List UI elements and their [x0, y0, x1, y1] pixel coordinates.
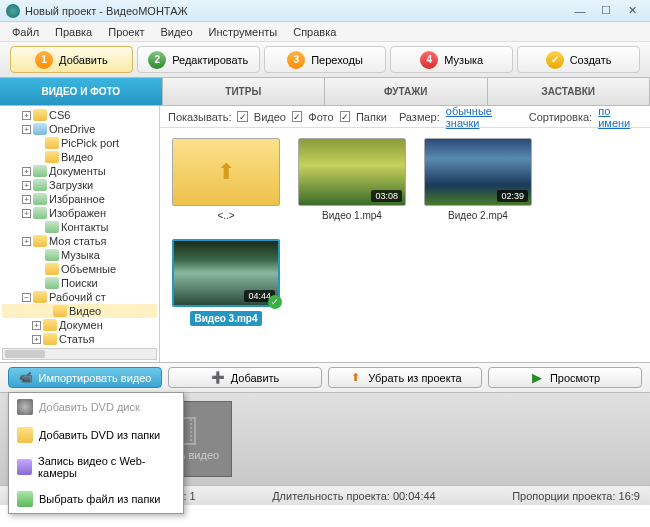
expand-icon[interactable]: + [32, 335, 41, 344]
expand-icon[interactable]: + [22, 237, 31, 246]
expand-icon[interactable]: + [22, 125, 31, 134]
menu-edit[interactable]: Правка [47, 24, 100, 40]
content-area: +CS6+OneDrivePicPick portВидео+Документы… [0, 106, 650, 363]
step-edit[interactable]: 2Редактировать [137, 46, 260, 73]
menu-item-icon [17, 491, 33, 507]
step-create[interactable]: Создать [517, 46, 640, 73]
size-link[interactable]: обычные значки [446, 105, 523, 129]
tree-item[interactable]: +Статья [2, 332, 157, 346]
checkbox-folders[interactable]: ✓ [340, 111, 350, 122]
step-bar: 1Добавить 2Редактировать 3Переходы 4Музы… [0, 42, 650, 78]
filter-photo-label: Фото [308, 111, 333, 123]
tree-item[interactable]: +OneDrive [2, 122, 157, 136]
tree-item[interactable]: Видео [2, 304, 157, 318]
tree-item[interactable]: PicPick port [2, 136, 157, 150]
tree-item[interactable]: Поиски [2, 276, 157, 290]
expand-icon[interactable]: + [22, 209, 31, 218]
step-label: Редактировать [172, 54, 248, 66]
step-add[interactable]: 1Добавить [10, 46, 133, 73]
expand-icon[interactable]: + [22, 111, 31, 120]
menu-bar: Файл Правка Проект Видео Инструменты Спр… [0, 22, 650, 42]
tree-label: Статья [59, 333, 94, 345]
menu-video[interactable]: Видео [152, 24, 200, 40]
folder-icon [33, 235, 47, 247]
tree-item[interactable]: +Изображен [2, 206, 157, 220]
folder-icon [45, 277, 59, 289]
tree-item[interactable]: +Документы [2, 164, 157, 178]
tree-item[interactable]: Музыка [2, 248, 157, 262]
tree-item[interactable]: +Избранное [2, 192, 157, 206]
video-thumb[interactable]: 02:39Видео 2.mp4 [424, 138, 532, 221]
tab-intros[interactable]: ЗАСТАВКИ [488, 78, 651, 105]
folder-icon [33, 193, 47, 205]
thumb-name: Видео 2.mp4 [448, 210, 508, 221]
folder-icon [45, 151, 59, 163]
tree-item[interactable]: Контакты [2, 220, 157, 234]
duration-badge: 02:39 [497, 190, 528, 202]
tree-item[interactable]: −Рабочий ст [2, 290, 157, 304]
menu-help[interactable]: Справка [285, 24, 344, 40]
expand-icon[interactable]: + [22, 181, 31, 190]
tree-item[interactable]: Объемные [2, 262, 157, 276]
sort-link[interactable]: по имени [598, 105, 642, 129]
menu-item-label: Выбрать файл из папки [39, 493, 160, 505]
scrollbar-horizontal[interactable] [2, 348, 157, 360]
menu-item-label: Добавить DVD диск [39, 401, 140, 413]
tree-item[interactable]: +Докумен [2, 318, 157, 332]
menu-project[interactable]: Проект [100, 24, 152, 40]
sort-label: Сортировка: [529, 111, 592, 123]
tab-titles[interactable]: ТИТРЫ [163, 78, 326, 105]
folder-icon [53, 305, 67, 317]
checkbox-video[interactable]: ✓ [237, 111, 247, 122]
expand-icon[interactable]: + [32, 321, 41, 330]
step-music[interactable]: 4Музыка [390, 46, 513, 73]
import-video-button[interactable]: 📹Импортировать видео [8, 367, 162, 388]
thumb-name: Видео 1.mp4 [322, 210, 382, 221]
maximize-button[interactable]: ☐ [594, 3, 618, 19]
expand-icon[interactable]: + [22, 195, 31, 204]
tree-label: Видео [61, 151, 93, 163]
duration-label: Длительность проекта: [272, 490, 390, 502]
video-thumb[interactable]: 03:08Видео 1.mp4 [298, 138, 406, 221]
menu-tools[interactable]: Инструменты [201, 24, 286, 40]
dropdown-item[interactable]: Добавить DVD из папки [9, 421, 183, 449]
step-transitions[interactable]: 3Переходы [264, 46, 387, 73]
dropdown-item[interactable]: Выбрать файл из папки [9, 485, 183, 513]
checkbox-photo[interactable]: ✓ [292, 111, 302, 122]
expand-icon[interactable]: + [22, 167, 31, 176]
menu-item-label: Добавить DVD из папки [39, 429, 160, 441]
preview-button[interactable]: ▶Просмотр [488, 367, 642, 388]
step-number-icon: 3 [287, 51, 305, 69]
files-count-value: 1 [190, 490, 196, 502]
folder-icon [33, 123, 47, 135]
menu-file[interactable]: Файл [4, 24, 47, 40]
folder-icon [33, 179, 47, 191]
folder-tree[interactable]: +CS6+OneDrivePicPick portВидео+Документы… [0, 106, 160, 362]
tab-video-photo[interactable]: ВИДЕО И ФОТО [0, 78, 163, 105]
thumbnail-image: 02:39 [424, 138, 532, 206]
tree-label: Загрузки [49, 179, 93, 191]
plus-icon: ➕ [211, 371, 225, 385]
folder-icon [33, 291, 47, 303]
tab-footage[interactable]: ФУТАЖИ [325, 78, 488, 105]
tree-label: Избранное [49, 193, 105, 205]
folder-thumb[interactable]: <..> [172, 138, 280, 221]
tree-item[interactable]: +Загрузки [2, 178, 157, 192]
menu-item-icon [17, 459, 32, 475]
thumbnail-image: 03:08 [298, 138, 406, 206]
tree-item[interactable]: Видео [2, 150, 157, 164]
folder-icon [33, 165, 47, 177]
video-thumb[interactable]: 04:44✓Видео 3.mp4 [172, 239, 280, 326]
folder-icon [45, 263, 59, 275]
remove-button[interactable]: ⬆Убрать из проекта [328, 367, 482, 388]
add-button[interactable]: ➕Добавить [168, 367, 322, 388]
step-label: Переходы [311, 54, 363, 66]
tree-item[interactable]: +CS6 [2, 108, 157, 122]
expand-icon[interactable]: − [22, 293, 31, 302]
step-label: Создать [570, 54, 612, 66]
minimize-button[interactable]: — [568, 3, 592, 19]
tree-item[interactable]: +Моя статья [2, 234, 157, 248]
step-label: Музыка [444, 54, 483, 66]
close-button[interactable]: ✕ [620, 3, 644, 19]
dropdown-item[interactable]: Запись видео с Web-камеры [9, 449, 183, 485]
